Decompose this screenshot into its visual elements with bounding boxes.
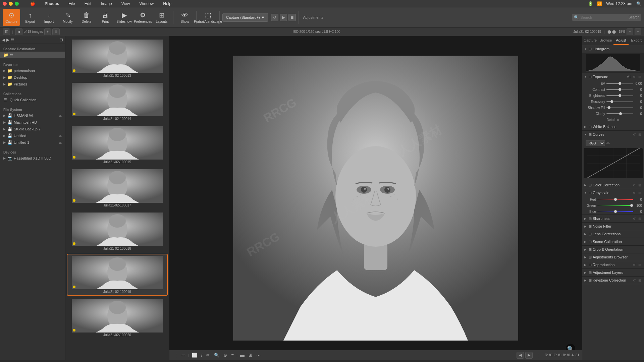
thumbnail-item[interactable]: Julia21-02-100014 [67, 81, 168, 123]
gs-blue-track[interactable] [597, 211, 633, 212]
cc-header[interactable]: ▶ ⊟ Color Correction ↺ ⊞ [582, 181, 644, 189]
menu-file[interactable]: File [66, 0, 77, 7]
ab-header[interactable]: ▶ ⊟ Adjustments Browser [582, 253, 644, 261]
tab-adjust[interactable]: Adjust [613, 36, 629, 45]
menu-view[interactable]: View [119, 0, 132, 7]
sidebar-forward-btn[interactable]: ▶ [6, 38, 9, 42]
tab-capture[interactable]: Capture [582, 36, 598, 45]
nav-grid-btn[interactable]: ⊞ [52, 28, 60, 35]
search-input[interactable] [580, 15, 627, 19]
next-image-btn[interactable]: ▶ [525, 352, 533, 359]
sidebar-item-untitled[interactable]: ▶ 💾 Untitled ⏏ [0, 132, 65, 139]
sidebar-item-untitled1[interactable]: ▶ 💾 Untitled 1 ⏏ [0, 139, 65, 146]
histogram-header[interactable]: ▼ ⊟ Histogram [582, 45, 644, 53]
grayscale-header[interactable]: ▼ ⊟ Grayscale ↺ ⊞ [582, 189, 644, 196]
kc-reset-btn[interactable]: ↺ [632, 278, 637, 283]
view-filmstrip-btn[interactable]: ▭ [180, 352, 187, 358]
clarity-track[interactable] [606, 113, 633, 114]
toolbar-capture-btn[interactable]: ⊙ Capture [3, 9, 20, 26]
eject-icon[interactable]: ⏏ [59, 134, 62, 138]
nav-back-btn[interactable]: ◀ [15, 28, 22, 35]
sidebar-item-quick-collection[interactable]: ☰ Quick Collection [0, 97, 65, 103]
nav-add-btn[interactable]: + [44, 28, 51, 35]
search-icon[interactable]: 🔍 [636, 1, 641, 6]
tab-export[interactable]: Export [629, 36, 644, 45]
search-bar[interactable]: 🔍 Search [572, 14, 641, 21]
toolbar-modify-btn[interactable]: ✎ Modify [59, 9, 76, 26]
cc-expand-btn[interactable]: ⊞ [637, 183, 642, 187]
close-button[interactable] [3, 2, 7, 6]
sidebar-item-hasselblad[interactable]: ▶ 📷 Hasselblad X1D II 50C [0, 155, 65, 162]
thumbnail-item[interactable]: Julia21-02-100019 [67, 254, 168, 296]
sidebar-item-petercoulson[interactable]: ▶ 📁 petercoulson [0, 67, 65, 74]
zoom-plus-btn[interactable]: + [635, 28, 641, 35]
curves-channel-select[interactable]: RGB Red Green Blue [586, 140, 605, 146]
nav-fff-btn[interactable]: fff [3, 28, 10, 35]
tab-browse[interactable]: Browse [598, 36, 613, 45]
dots-view-btn[interactable]: ⋯ [255, 352, 262, 358]
toolbar-import-btn[interactable]: ↓ Import [40, 9, 58, 26]
curves-reset-btn[interactable]: ↺ [632, 132, 637, 137]
view-single-btn[interactable]: ⬚ [172, 352, 179, 358]
detail-icon[interactable]: ◆ [616, 117, 620, 122]
eject-icon[interactable]: ⏏ [59, 141, 62, 144]
wb-header[interactable]: ▶ ⊟ White Balance [582, 123, 644, 130]
menu-edit[interactable]: Edit [83, 0, 94, 7]
pencil-icon[interactable]: ✏ [606, 141, 610, 146]
zoom-minus-btn[interactable]: − [627, 28, 633, 35]
al-header[interactable]: ▶ ⊟ Adjustment Layers [582, 269, 644, 276]
sidebar-item-studio-backup[interactable]: ▶ 💾 Studio Backup 7 [0, 126, 65, 132]
sharpness-header[interactable]: ▶ ⊟ Sharpness ↺ ⊞ [582, 215, 644, 222]
repro-header[interactable]: ▶ ⊟ Reproduction ↺ ⊞ [582, 261, 644, 268]
pencil-tool-btn[interactable]: ✏ [205, 352, 211, 358]
thumbnail-item[interactable]: Julia21-02-100015 [67, 124, 168, 166]
magnifier-btn[interactable]: 🔍 [213, 352, 221, 358]
recovery-track[interactable] [606, 101, 633, 102]
sc-header[interactable]: ▶ ⊟ Scene Calibration [582, 238, 644, 245]
overlay-btn[interactable]: ▬ [239, 352, 246, 358]
eject-icon[interactable]: ⏏ [59, 114, 62, 118]
menu-window[interactable]: Window [138, 0, 156, 7]
sidebar-toggle-btn[interactable]: ⊟ [60, 38, 63, 42]
sidebar-item-pictures[interactable]: ▶ 📁 Pictures [0, 81, 65, 87]
canvas-area[interactable]: RRCG 人人素材 RRCG 人人素材 🔍 ⬚ ▭ | ⬜ / ✏ 🔍 ⊕ ≡ … [169, 36, 582, 360]
thumbnail-item[interactable]: Julia21-02-100020 [67, 297, 168, 339]
grid-view-btn[interactable]: ⊞ [247, 352, 254, 358]
grayscale-reset-btn[interactable]: ↺ [632, 191, 637, 195]
thumbnail-item[interactable]: Julia21-02-100017 [67, 167, 168, 209]
thumbnail-item[interactable]: Julia21-02-100018 [67, 210, 168, 252]
menu-help[interactable]: Help [161, 0, 173, 7]
repro-expand-btn[interactable]: ⊞ [637, 263, 642, 267]
ev-track[interactable] [606, 83, 633, 84]
repro-reset-btn[interactable]: ↺ [632, 263, 637, 267]
sidebar-back-btn[interactable]: ◀ [2, 38, 5, 42]
compare-btn[interactable]: ⬚ [534, 352, 541, 358]
menu-apple[interactable]: 🍎 [28, 0, 37, 7]
prev-image-btn[interactable]: ◀ [517, 352, 524, 359]
toolbar-show-btn[interactable]: 👁 Show [176, 9, 194, 26]
co-header[interactable]: ▶ ⊟ Crop & Orientation [582, 246, 644, 253]
sidebar-item-fff[interactable]: 📁 fff [0, 52, 65, 58]
line-tool-btn[interactable]: / [200, 352, 204, 358]
menu-phocus[interactable]: Phocus [43, 0, 61, 7]
maximize-button[interactable] [15, 2, 19, 6]
capture-stop-btn[interactable]: ⏹ [288, 14, 296, 21]
sharpness-expand-btn[interactable]: ⊞ [637, 217, 642, 221]
nf-header[interactable]: ▶ ⊟ Noise Filter [582, 223, 644, 230]
thumbnail-item[interactable]: Julia21-02-100013 [67, 38, 168, 79]
exposure-expand-btn[interactable]: ⊞ [637, 75, 642, 79]
sidebar-item-hbmanual[interactable]: ▶ 💾 HBMANUAL ⏏ [0, 112, 65, 119]
toolbar-preferences-btn[interactable]: ⚙ Preferences [134, 9, 152, 26]
crop-tool-btn[interactable]: ⬜ [191, 352, 199, 358]
capture-play-btn[interactable]: ▶ [280, 14, 287, 21]
gs-red-track[interactable] [597, 199, 633, 200]
toolbar-export-btn[interactable]: ↑ Export [21, 9, 39, 26]
curves-expand-btn[interactable]: ⊞ [637, 132, 642, 137]
minimize-button[interactable] [9, 2, 13, 6]
sidebar-item-macintosh[interactable]: ▶ 💾 Macintosh HD [0, 119, 65, 126]
brightness-track[interactable] [606, 95, 633, 96]
toolbar-delete-btn[interactable]: 🗑 Delete [78, 9, 95, 26]
kc-header[interactable]: ▶ ⊟ Keystone Correction ↺ ⊞ [582, 277, 644, 284]
curves-chart[interactable] [584, 148, 643, 178]
kc-expand-btn[interactable]: ⊞ [637, 278, 642, 283]
